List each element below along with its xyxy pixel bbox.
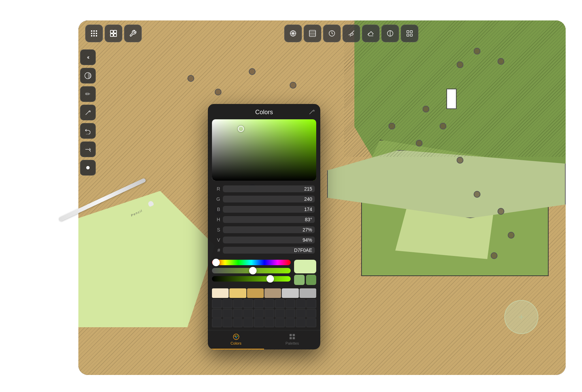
prev-color-swatch-2[interactable] [306,275,317,285]
grid-large-button[interactable] [105,25,122,42]
palette-cell[interactable] [264,318,274,327]
v-value[interactable]: 94% [223,237,315,243]
brush-button[interactable] [342,25,360,42]
redo-button[interactable] [80,141,96,157]
left-sidebar: ‹‹ ✏ [78,46,97,216]
r-value[interactable]: 215 [223,185,315,192]
val-thumb[interactable] [266,275,274,283]
palette-cell[interactable] [296,309,306,318]
svg-rect-0 [91,30,92,32]
palette-cell[interactable] [233,318,243,327]
map-circle [187,75,194,82]
h-value[interactable]: 83° [223,216,315,223]
svg-rect-34 [292,337,294,339]
palette-swatch-2[interactable] [229,288,246,298]
svg-rect-3 [91,33,92,34]
saturation-slider[interactable] [212,268,291,273]
palette-cell[interactable] [233,309,243,318]
grid-small-button[interactable] [85,25,103,42]
palette-swatch-4[interactable] [264,288,281,298]
palette-swatch-3[interactable] [247,288,264,298]
b-label: B [213,207,220,212]
colors-panel: Colors R 215 G 240 B 174 [208,104,320,349]
undo-button[interactable] [80,123,96,139]
eyedropper-panel-button[interactable] [309,109,315,117]
palette-cell[interactable] [254,299,264,308]
svg-rect-31 [289,334,291,336]
map-circle [457,157,463,164]
eraser-button[interactable] [362,25,380,42]
brush-size-button[interactable] [80,160,96,176]
palette-cell[interactable] [275,299,285,308]
toolbar [78,20,566,46]
palette-cell[interactable] [286,318,295,327]
palette-cell[interactable] [275,318,285,327]
palette-cell[interactable] [254,309,264,318]
palette-cell[interactable] [296,299,306,308]
palette-cell[interactable] [212,318,222,327]
palette-cell[interactable] [306,299,316,308]
palette-cell[interactable] [243,309,253,318]
palette-cell[interactable] [264,299,274,308]
map-circle [290,82,296,89]
wrench-button[interactable] [124,25,142,42]
timelapse-button[interactable] [323,25,341,42]
color-button[interactable] [80,68,96,84]
color-gradient-picker[interactable] [212,119,316,181]
map-circle [497,58,504,65]
palette-cell[interactable] [212,299,222,308]
hex-value[interactable]: D7F0AE [223,247,315,254]
g-label: G [213,196,220,202]
prev-color-swatch-1[interactable] [294,275,305,285]
palette-cell[interactable] [233,299,243,308]
hue-thumb[interactable] [212,259,220,266]
palette-cell[interactable] [243,318,253,327]
g-value[interactable]: 240 [223,196,315,202]
palette-cell[interactable] [306,309,316,318]
palette-cell[interactable] [286,299,295,308]
hatch-button[interactable] [304,25,321,42]
current-color-swatch[interactable] [294,260,316,273]
panel-tab-bar: Colors Palettes [208,330,320,349]
v-row: V 94% [213,235,315,245]
navigation-joystick[interactable]: + [504,300,538,334]
color-swatches [294,260,316,285]
palette-cell[interactable] [223,299,232,308]
smudge-button[interactable] [381,25,399,42]
palette-cell[interactable] [264,309,274,318]
palette-swatch-6[interactable] [300,288,316,298]
brush-tool-button[interactable]: ✏ [80,86,96,102]
palette-cell[interactable] [254,318,264,327]
palette-cell[interactable] [223,318,232,327]
palette-swatch-1[interactable] [212,288,229,298]
h-row: H 83° [213,215,315,224]
b-value[interactable]: 174 [223,206,315,213]
svg-rect-10 [114,30,117,33]
colors-tab-icon [232,333,240,341]
svg-rect-5 [96,33,97,34]
s-value[interactable]: 27% [223,226,315,233]
palette-cell[interactable] [223,309,232,318]
sliders-swatches-container [208,258,320,287]
back-button[interactable]: ‹‹ [80,49,96,65]
tab-palettes[interactable]: Palettes [264,330,320,349]
svg-point-27 [233,334,239,340]
map-circle [474,48,480,55]
eyedropper-tool-button[interactable] [80,105,96,120]
svg-point-29 [236,335,238,337]
palette-cell[interactable] [243,299,253,308]
transform-button[interactable] [284,25,302,42]
tab-colors[interactable]: Colors [208,330,264,349]
palette-cell[interactable] [296,318,306,327]
ipad-frame: ‹‹ ✏ [78,20,566,375]
map-circle [491,252,497,259]
palette-cell[interactable] [286,309,295,318]
layers-button[interactable] [401,25,418,42]
palette-swatch-5[interactable] [282,288,298,298]
hue-slider[interactable] [212,260,291,265]
palette-cell[interactable] [275,309,285,318]
value-slider[interactable] [212,276,291,282]
sat-thumb[interactable] [249,267,257,274]
palette-cell[interactable] [306,318,316,327]
palette-cell[interactable] [212,309,222,318]
